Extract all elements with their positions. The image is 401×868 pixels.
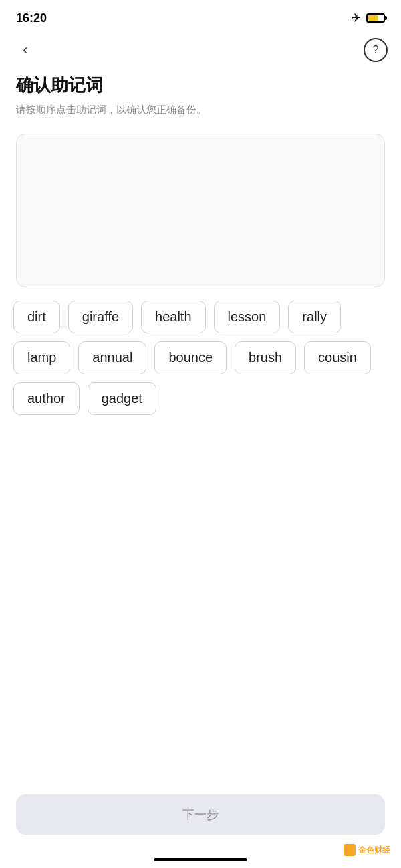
status-bar: 16:20 ✈ xyxy=(0,0,401,33)
back-chevron-icon: ‹ xyxy=(23,41,27,59)
word-chip-author[interactable]: author xyxy=(13,382,80,415)
word-chip-brush[interactable]: brush xyxy=(235,341,296,374)
next-button[interactable]: 下一步 xyxy=(16,794,385,835)
battery-icon xyxy=(366,13,385,23)
word-chip-annual[interactable]: annual xyxy=(78,341,146,374)
airplane-icon: ✈ xyxy=(351,11,361,25)
word-chip-rally[interactable]: rally xyxy=(288,301,341,333)
page-subtitle: 请按顺序点击助记词，以确认您正确备份。 xyxy=(16,102,385,118)
help-button[interactable]: ? xyxy=(364,38,388,62)
word-chip-health[interactable]: health xyxy=(141,301,206,333)
watermark: 金色财经 xyxy=(344,844,390,856)
page-title: 确认助记词 xyxy=(16,74,385,97)
word-chip-gadget[interactable]: gadget xyxy=(88,382,156,415)
phrase-display-area xyxy=(16,134,385,287)
watermark-icon xyxy=(344,844,356,856)
status-time: 16:20 xyxy=(16,11,47,25)
home-indicator xyxy=(154,858,247,861)
status-icons: ✈ xyxy=(351,11,385,25)
word-chip-bounce[interactable]: bounce xyxy=(154,341,227,374)
word-chip-lesson[interactable]: lesson xyxy=(214,301,281,333)
word-chip-cousin[interactable]: cousin xyxy=(304,341,371,374)
bottom-area: 下一步 xyxy=(0,794,401,835)
watermark-text: 金色财经 xyxy=(358,845,390,856)
word-chip-lamp[interactable]: lamp xyxy=(13,341,70,374)
word-chip-giraffe[interactable]: giraffe xyxy=(68,301,133,333)
nav-bar: ‹ ? xyxy=(0,33,401,67)
back-button[interactable]: ‹ xyxy=(13,38,37,62)
word-chip-dirt[interactable]: dirt xyxy=(13,301,60,333)
page-header: 确认助记词 请按顺序点击助记词，以确认您正确备份。 xyxy=(0,67,401,128)
help-icon: ? xyxy=(373,44,379,56)
words-container: dirtgiraffehealthlessonrallylampannualbo… xyxy=(0,301,401,415)
battery-fill xyxy=(368,15,378,21)
